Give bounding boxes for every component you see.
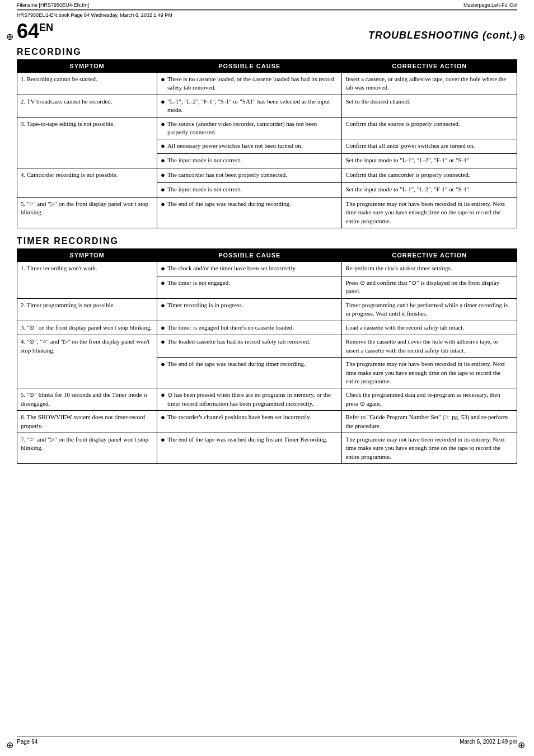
table-row-action: The programme may not have been recorded… xyxy=(342,197,517,228)
table-row-action: Set the input mode to "L-1", "L-2", "F-1… xyxy=(342,154,517,168)
table-row-action: Set the input mode to "L-1", "L-2", "F-1… xyxy=(342,183,517,198)
table-row-action: Check the programmed data and re-program… xyxy=(342,388,517,411)
timer-recording-table: SYMPTOM POSSIBLE CAUSE CORRECTIVE ACTION… xyxy=(17,248,517,464)
table-row-symptom: 2. TV broadcasts cannot be recorded. xyxy=(17,95,157,117)
table-row-cause: ●All necessary power switches have not b… xyxy=(157,139,342,154)
col-header-cause: POSSIBLE CAUSE xyxy=(157,60,342,73)
timer-col-header-action: CORRECTIVE ACTION xyxy=(342,249,517,262)
table-row-cause: ●"L-1", "L-2", "F-1", "S-1" or "SAT" has… xyxy=(157,95,342,117)
table-row-cause: ●The timer is engaged but there's no cas… xyxy=(157,321,342,335)
table-row-cause: ●There is no cassette loaded, or the cas… xyxy=(157,73,342,95)
section-title-timer: TIMER RECORDING xyxy=(17,236,517,246)
page-number: 64EN xyxy=(17,21,53,41)
table-row-cause: ●The recorder's channel positions have b… xyxy=(157,411,342,433)
table-row-action: Set to the desired channel. xyxy=(342,95,517,117)
table-row-action: Confirm that the camcorder is properly c… xyxy=(342,168,517,183)
table-row-symptom: 5. "⊙" blinks for 10 seconds and the Tim… xyxy=(17,388,157,411)
header-filename: Filename [HRS7950EU4-EN.fm] xyxy=(17,2,89,8)
table-row-symptom: 3. "⊙" on the front display panel won't … xyxy=(17,321,157,335)
table-row-cause: ●The input mode is not correct. xyxy=(157,183,342,198)
col-header-symptom: SYMPTOM xyxy=(17,60,157,73)
timer-col-header-symptom: SYMPTOM xyxy=(17,249,157,262)
table-row-symptom: 4. Camcorder recording is not possible. xyxy=(17,168,157,198)
table-row-cause: ●The end of the tape was reached during … xyxy=(157,358,342,388)
table-row-cause: ●The clock and/or the timer have been se… xyxy=(157,262,342,276)
table-row-action: The programme may not have been recorded… xyxy=(342,358,517,388)
table-row-cause: ●The end of the tape was reached during … xyxy=(157,433,342,463)
header-sub: HRS7950EU1-EN.book Page 64 Wednesday, Ma… xyxy=(17,11,517,18)
table-row-action: Insert a cassette, or using adhesive tap… xyxy=(342,73,517,95)
page: Filename [HRS7950EU4-EN.fm] Masterpage:L… xyxy=(0,0,534,756)
table-row-symptom: 5. "○" and "▷" on the front display pane… xyxy=(17,197,157,228)
table-row-cause: ●Timer recording is in progress. xyxy=(157,298,342,321)
table-row-cause: ●The camcorder has not been properly con… xyxy=(157,168,342,183)
footer-date: March 6, 2002 1:49 pm xyxy=(460,739,517,745)
corner-mark-br xyxy=(517,739,528,750)
page-title: TROUBLESHOOTING (cont.) xyxy=(368,30,517,41)
table-row-cause: ●The loaded cassette has had its record … xyxy=(157,335,342,358)
corner-mark-tr xyxy=(517,31,528,42)
recording-table: SYMPTOM POSSIBLE CAUSE CORRECTIVE ACTION… xyxy=(17,59,517,228)
table-row-cause: ●The timer is not engaged. xyxy=(157,276,342,298)
header-masterpage: Masterpage:Left-FullCol xyxy=(463,2,517,8)
table-row-symptom: 4. "⊙", "○" and "▷" on the front display… xyxy=(17,335,157,388)
table-row-action: Re-perform the clock and/or timer settin… xyxy=(342,262,517,276)
table-row-symptom: 1. Timer recording won't work. xyxy=(17,262,157,299)
table-row-symptom: 7. "○" and "▷" on the front display pane… xyxy=(17,433,157,463)
table-row-cause: ●The input mode is not correct. xyxy=(157,154,342,168)
col-header-action: CORRECTIVE ACTION xyxy=(342,60,517,73)
table-row-symptom: 1. Recording cannot be started. xyxy=(17,73,157,95)
table-row-action: Refer to "Guide Program Number Set" (☞ p… xyxy=(342,411,517,433)
table-row-cause: ●The source (another video recorder, cam… xyxy=(157,117,342,139)
page-header: 64EN TROUBLESHOOTING (cont.) xyxy=(17,21,517,41)
footer: Page 64 March 6, 2002 1:49 pm xyxy=(17,736,517,745)
header-bar: Filename [HRS7950EU4-EN.fm] Masterpage:L… xyxy=(17,0,517,10)
table-row-symptom: 6. The SHOWVIEW system does not timer-re… xyxy=(17,411,157,433)
table-row-symptom: 3. Tape-to-tape editing is not possible. xyxy=(17,117,157,168)
footer-page: Page 64 xyxy=(17,739,38,745)
table-row-action: Remove the cassette and cover the hole w… xyxy=(342,335,517,358)
corner-mark-tl xyxy=(6,31,17,42)
table-row-action: Confirm that all units' power switches a… xyxy=(342,139,517,154)
table-row-action: The programme may not have been recorded… xyxy=(342,433,517,463)
table-row-action: Load a cassette with the record safety t… xyxy=(342,321,517,335)
table-row-symptom: 2. Timer programming is not possible. xyxy=(17,298,157,321)
table-row-action: Confirm that the source is properly conn… xyxy=(342,117,517,139)
table-row-cause: ●⊙ has been pressed when there are no pr… xyxy=(157,388,342,411)
table-row-action: Timer programming can't be performed whi… xyxy=(342,298,517,321)
corner-mark-bl xyxy=(6,739,17,750)
table-row-action: Press ⊙ and confirm that "⊙" is displaye… xyxy=(342,276,517,298)
timer-col-header-cause: POSSIBLE CAUSE xyxy=(157,249,342,262)
section-title-recording: RECORDING xyxy=(17,47,517,57)
table-row-cause: ●The end of the tape was reached during … xyxy=(157,197,342,228)
